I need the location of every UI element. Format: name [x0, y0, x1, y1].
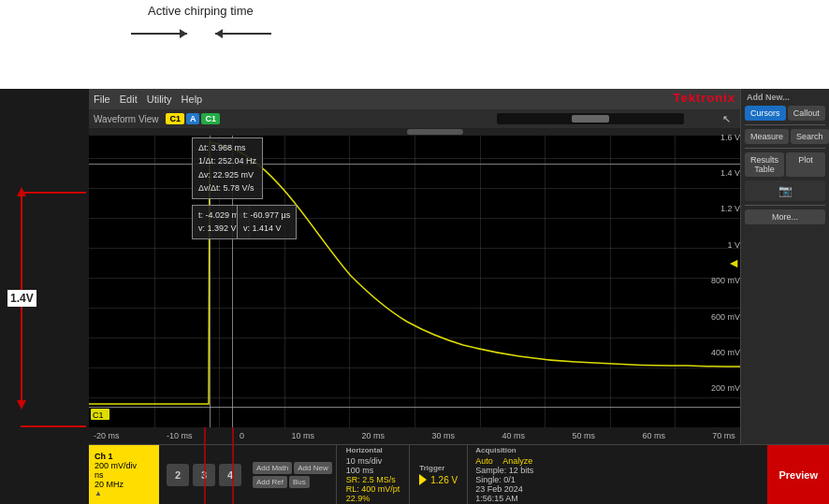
voltage-annotation: 1.4V: [7, 187, 36, 410]
camera-icon: 📷: [778, 184, 793, 197]
waveform-scrollbar[interactable]: [89, 128, 740, 136]
red-hline-top: [21, 192, 86, 194]
cursor-hline-2: [89, 407, 740, 408]
y-axis-labels: 1.6 V 1.4 V 1.2 V 1 V 800 mV 600 mV 400 …: [730, 128, 740, 427]
voltage-line-bottom: [21, 307, 22, 400]
ch1-label: Ch 1: [95, 452, 153, 461]
cursors-button[interactable]: Cursors: [745, 106, 786, 121]
voltage-label: 1.4V: [7, 290, 36, 307]
acq-date: 23 Feb 2024: [475, 484, 760, 494]
add-new-button[interactable]: Add New: [294, 462, 331, 474]
add-bus-button[interactable]: Bus: [289, 476, 310, 488]
sr-label: SR:: [346, 475, 360, 484]
horizontal-title: Horizontal: [346, 446, 400, 454]
acq-bits: Sample: 12 bits: [475, 466, 760, 475]
search-button[interactable]: Search: [791, 129, 829, 144]
svg-text:C1: C1: [93, 410, 104, 420]
x-label-7: 50 ms: [572, 431, 595, 440]
y-label-4: 1 V: [727, 240, 740, 250]
callout-button[interactable]: Callout: [788, 106, 825, 121]
preview-button[interactable]: Preview: [767, 445, 829, 504]
horiz-rl: RL: 400 mV/pt: [346, 484, 400, 494]
screenshot-icon[interactable]: 📷: [745, 180, 825, 201]
more-button[interactable]: More...: [745, 209, 825, 224]
menu-utility[interactable]: Utility: [147, 94, 172, 105]
y-label-6: 600 mV: [711, 312, 740, 322]
rp-divider-2: [745, 148, 825, 149]
voltage-line-top: [21, 196, 22, 290]
waveform-display: C1 Δt: 3.968 ms 1/Δt: 252.04 Hz Δv: 22.9…: [89, 128, 740, 427]
trigger-title: Trigger: [419, 464, 458, 472]
scrollbar-thumb: [407, 129, 463, 135]
horizontal-info-panel: Horizontal 10 ms/div 100 ms SR: 2.5 MS/s…: [336, 445, 410, 504]
cursor-t2: t: -60.977 µs: [243, 209, 290, 222]
results-plot-row: Results Table Plot: [745, 152, 825, 177]
channel-4-button[interactable]: 4: [219, 464, 241, 486]
brand-logo: Tektronix: [673, 91, 735, 105]
trigger-value: 1.26 V: [419, 474, 458, 485]
bottom-bar: Ch 1 200 mV/div ns 20 MHz ▲ 2 3 4 Add Ma…: [89, 444, 829, 504]
cursor-arrow-icon: ↖: [722, 113, 731, 125]
horiz-val1: 10 ms/div: [346, 456, 400, 466]
x-label-0: -20 ms: [94, 431, 120, 440]
acq-analyze-val: Analyze: [502, 456, 532, 466]
menu-file[interactable]: File: [94, 94, 110, 105]
y-label-8: 200 mV: [711, 383, 740, 393]
scroll-bar[interactable]: [497, 113, 684, 124]
cursor-time-box-2: t: -60.977 µs v: 1.414 V: [237, 205, 297, 239]
sr-val: 2.5 MS/s: [362, 475, 396, 484]
menu-help[interactable]: Help: [182, 94, 203, 105]
measure-search-row: Measure Search: [745, 129, 825, 144]
arrow-left: [131, 33, 187, 35]
y-label-5: 800 mV: [711, 276, 740, 285]
results-table-button[interactable]: Results Table: [745, 152, 784, 177]
trigger-triangle-icon: [419, 474, 427, 485]
acq-title: Acquisition: [475, 446, 760, 454]
ch1-badge[interactable]: C1: [166, 113, 184, 124]
plot-button[interactable]: Plot: [786, 152, 825, 177]
red-hline-bottom: [21, 425, 86, 427]
acq-time: 1:56:15 AM: [475, 494, 760, 503]
acquisition-info-panel: Acquisition Auto Analyze Sample: 12 bits…: [467, 445, 767, 504]
cursor-v2: v: 1.414 V: [243, 222, 290, 235]
waveform-svg: C1: [89, 128, 740, 427]
horiz-percent: 22.9%: [346, 494, 400, 503]
add-new-label: Add New...: [741, 89, 829, 104]
ch1-arrow-icon: ▲: [95, 489, 153, 497]
y-label-3: 1.2 V: [720, 204, 740, 213]
acq-single: Single: 0/1: [475, 475, 760, 484]
rp-divider-3: [745, 205, 825, 206]
add-ref-button[interactable]: Add Ref: [253, 476, 287, 488]
x-axis-labels: -20 ms -10 ms 0 10 ms 20 ms 30 ms 40 ms …: [89, 427, 740, 444]
acq-mode: Auto Analyze: [475, 456, 760, 466]
cursor-box-delta: Δt: 3.968 ms 1/Δt: 252.04 Hz Δv: 22.925 …: [192, 137, 263, 199]
cursor-dv: Δv: 22.925 mV: [198, 168, 256, 181]
chirp-label: Active chirping time: [148, 4, 254, 18]
waveform-bar: Waveform View C1 A C1 ↖: [89, 109, 740, 128]
ch2-badge[interactable]: A: [186, 113, 200, 124]
rl-val: 400 mV/pt: [361, 484, 400, 494]
add-buttons-group: Add Math Add New Add Ref Bus: [249, 445, 336, 504]
cursor-hline-1: [89, 164, 740, 165]
horiz-val2: 100 ms: [346, 466, 400, 475]
x-label-9: 70 ms: [712, 431, 735, 440]
horiz-sr: SR: 2.5 MS/s: [346, 475, 400, 484]
annotation-area: Active chirping time: [0, 0, 829, 89]
add-math-button[interactable]: Add Math: [253, 462, 292, 474]
measure-button[interactable]: Measure: [745, 129, 789, 144]
rp-divider-1: [745, 124, 825, 125]
ch3-badge[interactable]: C1: [201, 113, 220, 124]
x-label-3: 10 ms: [291, 431, 314, 440]
menu-edit[interactable]: Edit: [120, 94, 138, 105]
x-label-6: 40 ms: [502, 431, 525, 440]
x-label-4: 20 ms: [361, 431, 385, 440]
cursors-callout-row: Cursors Callout: [745, 106, 825, 121]
rl-label: RL:: [346, 484, 359, 494]
cursor-dvdt: Δv/Δt: 5.78 V/s: [198, 181, 256, 194]
ch1-mhz: 20 MHz: [95, 480, 153, 489]
channel-2-button[interactable]: 2: [167, 464, 189, 486]
trigger-level: 1.26 V: [430, 475, 458, 485]
x-label-2: 0: [240, 431, 244, 440]
cursor-dt: Δt: 3.968 ms: [198, 141, 256, 154]
cursor-inv-dt: 1/Δt: 252.04 Hz: [198, 154, 256, 167]
